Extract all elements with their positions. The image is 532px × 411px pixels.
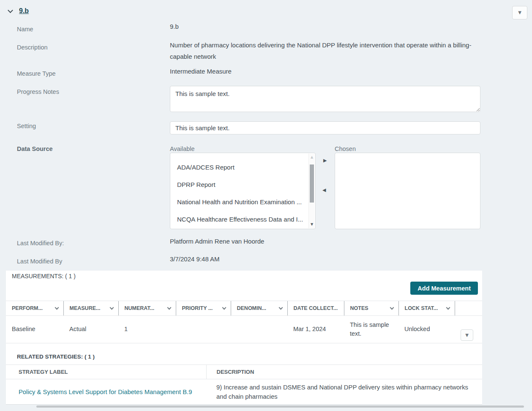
setting-label: Setting — [17, 123, 36, 129]
scroll-down-icon[interactable]: ▼ — [309, 222, 315, 227]
date-collected-cell: Mar 1, 2024 — [287, 316, 344, 343]
related-strategies-table: STRATEGY LABEL DESCRIPTION Policy & Syst… — [6, 364, 482, 405]
measure-cell: Actual — [63, 316, 118, 343]
related-strategies-heading: RELATED STRATEGIES: ( 1 ) — [17, 353, 95, 360]
lock-status-cell: Unlocked — [398, 316, 455, 343]
column-header-lock-status[interactable]: LOCK STAT... — [398, 301, 455, 316]
available-items: ADA/ADCES Report DPRP Report National He… — [170, 153, 315, 228]
strategy-row: Policy & Systems Level Support for Diabe… — [6, 379, 482, 405]
section-header: 9.b — [8, 7, 29, 15]
list-item[interactable]: National Health and Nutrition Examinatio… — [170, 193, 315, 211]
measurements-header-row: PERFORM... MEASURE... NUMERAT... PRIORIT… — [6, 301, 482, 316]
chosen-caption: Chosen — [335, 145, 356, 152]
priority-cell — [176, 316, 231, 343]
progress-notes-label: Progress Notes — [17, 88, 59, 95]
list-item[interactable]: NCQA Healthcare Effectiveness Data and I… — [170, 211, 315, 228]
measure-type-label: Measure Type — [17, 70, 56, 77]
available-listbox[interactable]: ADA/ADCES Report DPRP Report National He… — [170, 153, 316, 229]
description-value: Number of pharmacy locations delivering … — [170, 39, 480, 62]
last-modified-date-value: 3/7/2024 9:48 AM — [170, 253, 480, 265]
notes-cell: This is sample text. — [344, 316, 398, 343]
triangle-down-icon: ▼ — [518, 11, 521, 15]
measure-title-link[interactable]: 9.b — [19, 7, 29, 15]
column-header-description: DESCRIPTION — [206, 365, 482, 379]
column-header-strategy-label: STRATEGY LABEL — [6, 365, 206, 379]
chevron-down-icon — [278, 305, 283, 310]
description-label: Description — [17, 44, 48, 51]
measure-detail-page: 9.b ▼ Name 9.b Description Number of pha… — [0, 0, 532, 411]
chevron-down-icon — [55, 305, 59, 310]
column-header-priority[interactable]: PRIORITY ... — [176, 301, 231, 316]
column-header-date-collected[interactable]: DATE COLLECT... — [287, 301, 344, 316]
measurements-heading: MEASUREMENTS: ( 1 ) — [12, 273, 76, 279]
section-actions-dropdown-button[interactable]: ▼ — [512, 6, 527, 19]
triangle-down-icon: ▼ — [465, 333, 469, 337]
chevron-down-icon — [222, 305, 226, 310]
last-modified-by-value: Platform Admin Rene van Hoorde — [170, 236, 480, 247]
listbox-scrollbar[interactable]: ▲ ▼ — [308, 153, 315, 228]
scrollbar-thumb[interactable] — [310, 164, 314, 203]
strategies-header-row: STRATEGY LABEL DESCRIPTION — [6, 365, 482, 379]
chevron-down-icon — [167, 305, 171, 310]
column-header-notes[interactable]: NOTES — [344, 301, 398, 316]
strategy-label-cell: Policy & Systems Level Support for Diabe… — [6, 379, 206, 405]
actions-cell: ▼ — [455, 316, 482, 343]
last-modified-date-label: Last Modified By — [17, 258, 62, 265]
performance-cell: Baseline — [6, 316, 63, 343]
move-left-button[interactable]: ◀ — [322, 188, 326, 192]
list-item[interactable]: ADA/ADCES Report — [170, 159, 315, 176]
numerator-cell: 1 — [118, 316, 176, 343]
column-header-numerator[interactable]: NUMERAT... — [118, 301, 176, 316]
column-header-performance[interactable]: PERFORM... — [6, 301, 63, 316]
add-measurement-button[interactable]: Add Measurement — [410, 282, 478, 295]
available-caption: Available — [170, 145, 195, 152]
measurements-panel: MEASUREMENTS: ( 1 ) Add Measurement PERF… — [6, 271, 482, 405]
horizontal-scrollbar-thumb[interactable] — [36, 406, 524, 408]
column-header-measure[interactable]: MEASURE... — [63, 301, 118, 316]
scroll-up-icon[interactable]: ▲ — [309, 154, 315, 160]
move-right-button[interactable]: ▶ — [323, 158, 327, 163]
chosen-listbox[interactable] — [335, 153, 480, 229]
setting-input[interactable] — [170, 121, 480, 134]
chevron-down-icon — [390, 305, 394, 310]
denominator-cell — [231, 316, 287, 343]
strategy-description-cell: 9) Increase and sustain DSMES and Nation… — [206, 379, 482, 405]
data-source-label: Data Source — [17, 145, 53, 152]
column-header-denominator[interactable]: DENOMIN... — [231, 301, 287, 316]
chevron-down-icon — [446, 305, 450, 310]
chevron-down-icon[interactable] — [8, 8, 13, 13]
row-actions-dropdown-button[interactable]: ▼ — [461, 329, 473, 341]
progress-notes-textarea[interactable]: This is sample text. — [170, 86, 480, 112]
measurement-row: Baseline Actual 1 Mar 1, 2024 This is sa… — [6, 316, 482, 343]
measurements-table: PERFORM... MEASURE... NUMERAT... PRIORIT… — [6, 301, 482, 343]
name-value: 9.b — [170, 21, 480, 32]
name-label: Name — [17, 26, 33, 33]
list-item[interactable]: DPRP Report — [170, 176, 315, 193]
column-header-actions — [455, 301, 482, 316]
last-modified-by-label: Last Modified By: — [17, 240, 64, 247]
strategy-link[interactable]: Policy & Systems Level Support for Diabe… — [19, 389, 192, 395]
measure-type-value: Intermediate Measure — [170, 66, 480, 77]
chevron-down-icon — [109, 305, 114, 310]
